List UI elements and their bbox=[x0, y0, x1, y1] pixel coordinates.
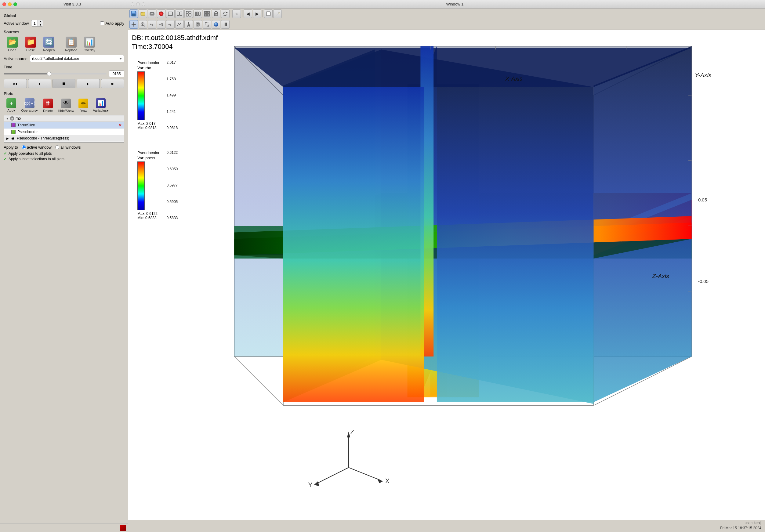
layout-2x2-button[interactable] bbox=[184, 9, 193, 18]
variables-button[interactable]: 📊 Variables▾ bbox=[92, 98, 110, 113]
layout-1x3-button[interactable] bbox=[194, 9, 202, 18]
viz-area[interactable]: DB: rt.out2.00185.athdf.xdmf Time:3.7000… bbox=[128, 30, 765, 520]
replace-button[interactable]: 📋 Replace bbox=[63, 36, 80, 53]
render-mode-button[interactable] bbox=[273, 9, 282, 18]
overlay-button[interactable]: 📊 Overlay bbox=[81, 36, 98, 53]
open-file-button[interactable] bbox=[139, 9, 147, 18]
rho-group-header[interactable]: ▼ ◉ rho bbox=[4, 115, 124, 122]
crosshair-button[interactable] bbox=[129, 20, 138, 29]
close-button[interactable] bbox=[2, 2, 6, 6]
bars-button[interactable] bbox=[221, 20, 230, 29]
next-frame-button[interactable]: ▶ bbox=[253, 9, 261, 18]
rectangle-layout-button[interactable] bbox=[166, 9, 175, 18]
query-button[interactable]: ? bbox=[194, 20, 202, 29]
zoom-select-button[interactable] bbox=[203, 20, 211, 29]
active-window-value: 1 bbox=[31, 21, 38, 26]
record-button[interactable] bbox=[157, 9, 166, 18]
step-back-button[interactable]: ⏴ bbox=[28, 79, 51, 88]
svg-rect-22 bbox=[208, 11, 210, 13]
variables-icon: 📊 bbox=[96, 98, 106, 108]
prev-frame-button[interactable]: ◀ bbox=[244, 9, 252, 18]
stop-button[interactable]: ⏹ bbox=[53, 79, 76, 88]
add-plot-button[interactable]: + Add▾ bbox=[4, 98, 19, 113]
rho-visibility-icon[interactable]: ◉ bbox=[10, 116, 14, 121]
sphere-button[interactable] bbox=[212, 20, 220, 29]
save-vis-button[interactable] bbox=[129, 9, 138, 18]
more-button[interactable]: » bbox=[232, 9, 241, 18]
layout-1x2-icon bbox=[177, 11, 182, 16]
layout-2x3-button[interactable] bbox=[203, 9, 211, 18]
pseudocolor-rho-item[interactable]: Pseudocolor bbox=[4, 129, 124, 135]
add-plot-label: Add▾ bbox=[7, 109, 15, 113]
svg-rect-4 bbox=[141, 12, 143, 13]
right-minimize-button[interactable] bbox=[136, 2, 140, 6]
open-button[interactable]: 📂 Open bbox=[4, 36, 21, 53]
hide-show-label: Hide/Show bbox=[58, 109, 74, 113]
hide-show-button[interactable]: 👁 Hide/Show bbox=[57, 98, 75, 113]
spinbox-down-arrow[interactable]: ▼ bbox=[38, 23, 43, 27]
pick-button[interactable] bbox=[184, 20, 193, 29]
colorbar-rho-gradient bbox=[137, 71, 145, 120]
replace-label: Replace bbox=[65, 48, 77, 52]
right-maximize-button[interactable] bbox=[142, 2, 145, 6]
apply-all-windows-option[interactable]: all windows bbox=[55, 145, 81, 150]
svg-rect-10 bbox=[168, 12, 173, 16]
error-indicator[interactable]: ! bbox=[120, 525, 126, 531]
overlay-icon: 📊 bbox=[84, 37, 95, 48]
screenshot-button[interactable] bbox=[148, 9, 156, 18]
threeslice-delete-icon[interactable]: ✕ bbox=[118, 123, 122, 128]
add-plot-icon: + bbox=[6, 98, 16, 108]
svg-text:Z: Z bbox=[350, 428, 354, 436]
threeslice-color-swatch bbox=[11, 123, 16, 127]
svg-text:X-Axis: X-Axis bbox=[505, 75, 523, 82]
zoom-icon bbox=[140, 22, 146, 27]
viz-svg[interactable]: 0.05 -0.05 X-Axis Y-Axis Z-Axis Z X Y bbox=[128, 30, 765, 520]
right-titlebar: Window 1 bbox=[128, 0, 765, 9]
legend-press-stats: Max: 0.6122 Min: 0.5833 bbox=[137, 212, 159, 220]
operators-button[interactable]: op(∗) Operators▾ bbox=[20, 98, 39, 113]
minimize-button[interactable] bbox=[8, 2, 12, 6]
draw-button[interactable]: ✏ Draw bbox=[76, 98, 90, 113]
apply-active-window-option[interactable]: active window bbox=[22, 145, 52, 150]
spinbox-up-arrow[interactable]: ▲ bbox=[38, 20, 43, 23]
legend-press-min: Min: 0.5833 bbox=[137, 216, 159, 220]
reopen-button[interactable]: 🔄 Reopen bbox=[40, 36, 57, 53]
right-close-button[interactable] bbox=[131, 2, 134, 6]
colorbar-press bbox=[137, 162, 145, 210]
nav-s-icon: +s bbox=[168, 22, 173, 27]
layout-1x2-button[interactable] bbox=[175, 9, 184, 18]
rewind-to-start-button[interactable]: ⏮ bbox=[4, 79, 27, 88]
playback-row: ⏮ ⏴ ⏹ ⏵ ⏭ bbox=[4, 79, 124, 88]
close-source-button[interactable]: 📁 Close bbox=[22, 36, 39, 53]
open-label: Open bbox=[8, 48, 16, 52]
active-plot-item[interactable]: ▶ ◉ Pseudocolor - ThreeSlice(press) bbox=[4, 135, 124, 142]
apply-all-windows-radio[interactable] bbox=[55, 145, 59, 149]
active-plot-visibility: ◉ bbox=[11, 136, 14, 140]
svg-point-47 bbox=[214, 22, 218, 27]
operators-checkbox-row: ✓ Apply operators to all plots bbox=[4, 151, 124, 156]
windowing-button[interactable] bbox=[264, 9, 273, 18]
apply-active-window-radio[interactable] bbox=[22, 145, 26, 149]
lineout-icon bbox=[177, 22, 182, 27]
lock-axes-button[interactable] bbox=[212, 9, 220, 18]
active-window-spinbox[interactable]: 1 ▲ ▼ bbox=[31, 20, 43, 27]
status-user: user: kenji bbox=[720, 520, 761, 526]
maximize-button[interactable] bbox=[13, 2, 17, 6]
forward-to-end-button[interactable]: ⏭ bbox=[101, 79, 124, 88]
sync-button[interactable] bbox=[221, 9, 230, 18]
play-button[interactable]: ⏵ bbox=[77, 79, 100, 88]
auto-apply-checkbox[interactable] bbox=[100, 21, 104, 25]
nav-z-button[interactable]: +z bbox=[148, 20, 156, 29]
subset-checkmark: ✓ bbox=[4, 157, 7, 161]
nav-n-button[interactable]: +N bbox=[157, 20, 166, 29]
rho-expand-arrow[interactable]: ▼ bbox=[6, 117, 9, 120]
colorbar-press-gradient bbox=[137, 162, 145, 210]
lineout-button[interactable] bbox=[175, 20, 184, 29]
time-slider[interactable] bbox=[4, 73, 107, 75]
delete-plot-button[interactable]: 🗑 Delete bbox=[40, 98, 56, 113]
threeslice-item[interactable]: ThreeSlice ✕ bbox=[4, 122, 124, 129]
nav-s-button[interactable]: +s bbox=[166, 20, 175, 29]
active-source-dropdown[interactable]: rt.out2.*.athdf.xdmf database bbox=[30, 55, 124, 62]
zoom-button[interactable] bbox=[139, 20, 147, 29]
toolbar-separator-3 bbox=[263, 10, 263, 17]
